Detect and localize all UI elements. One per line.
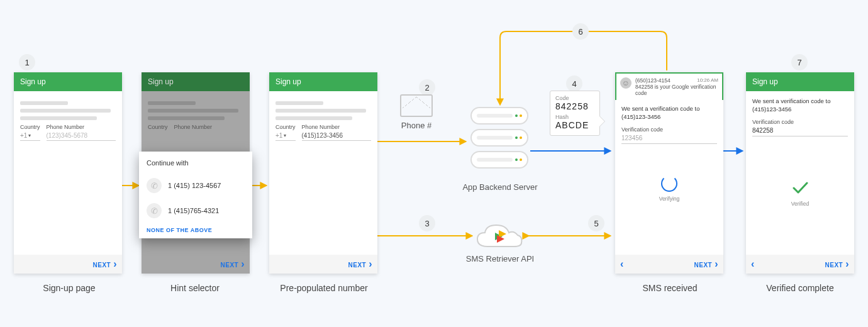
back-button[interactable] bbox=[751, 259, 755, 269]
phone-icon: ✆ bbox=[147, 203, 162, 218]
avatar-icon: ☺ bbox=[620, 77, 632, 89]
next-button[interactable]: NEXT bbox=[825, 259, 850, 269]
next-button[interactable]: NEXT bbox=[93, 259, 118, 269]
country-label: Country bbox=[275, 124, 296, 130]
sent-line-2: (415)123-3456 bbox=[752, 106, 848, 113]
phone-signup: Sign up Country +1 Phone Number (123)345… bbox=[14, 72, 122, 274]
envelope-caption: Phone # bbox=[398, 121, 435, 130]
sent-line-1: We sent a verification code to bbox=[621, 105, 717, 112]
sms-body: 842258 is your Google verification code bbox=[635, 84, 718, 96]
code-value: 842258 bbox=[555, 101, 594, 111]
cloud-icon bbox=[475, 221, 524, 252]
next-button[interactable]: NEXT bbox=[694, 259, 719, 269]
titlebar: Sign up bbox=[746, 72, 854, 91]
verification-input[interactable]: 123456 bbox=[621, 133, 717, 144]
step-badge-7: 7 bbox=[791, 54, 808, 70]
titlebar: Sign up bbox=[142, 72, 250, 91]
step-badge-4: 4 bbox=[566, 75, 582, 92]
phone-sms-received: ☺ (650)123-4154 10:26 AM 842258 is your … bbox=[615, 72, 723, 274]
step-badge-5: 5 bbox=[588, 215, 604, 231]
sms-time: 10:26 AM bbox=[697, 77, 718, 84]
none-of-the-above-link[interactable]: NONE OF THE ABOVE bbox=[147, 223, 245, 233]
spinner-icon bbox=[661, 175, 677, 192]
verification-input[interactable]: 842258 bbox=[752, 125, 848, 136]
verifying-label: Verifying bbox=[621, 196, 717, 202]
sent-line-2: (415)123-3456 bbox=[621, 113, 717, 120]
checkmark-icon bbox=[791, 178, 810, 197]
envelope-icon bbox=[400, 94, 433, 117]
next-button[interactable]: NEXT bbox=[348, 259, 373, 269]
sent-line-1: We sent a verification code to bbox=[752, 97, 848, 104]
phone-hint-selector: Sign up Country Phone Number Continue wi… bbox=[142, 72, 250, 274]
sms-from: (650)123-4154 bbox=[635, 77, 670, 84]
phone-input[interactable]: (123)345-5678 bbox=[47, 130, 116, 141]
sms-notification[interactable]: ☺ (650)123-4154 10:26 AM 842258 is your … bbox=[615, 72, 723, 100]
server-icon bbox=[470, 107, 528, 179]
api-caption: SMS Retriever API bbox=[462, 254, 538, 263]
phone-prepopulated: Sign up Country +1 Phone Number (415)123… bbox=[269, 72, 377, 274]
verified-label: Verified bbox=[752, 201, 848, 207]
verification-label: Verification code bbox=[752, 119, 848, 125]
hint-dialog: Continue with ✆ 1 (415) 123-4567 ✆ 1 (41… bbox=[139, 152, 252, 238]
step-badge-6: 6 bbox=[572, 23, 589, 40]
verification-label: Verification code bbox=[621, 126, 717, 133]
dialog-title: Continue with bbox=[147, 159, 245, 167]
titlebar: Sign up bbox=[269, 72, 377, 91]
caption-phone3: Pre-populated number bbox=[261, 283, 387, 293]
flow-arrows bbox=[0, 0, 868, 327]
country-select[interactable]: +1 bbox=[275, 130, 296, 141]
step-badge-2: 2 bbox=[419, 79, 435, 96]
code-label: Code bbox=[555, 95, 594, 101]
caption-phone2: Hint selector bbox=[132, 283, 258, 293]
caption-phone5: Verified complete bbox=[737, 283, 863, 293]
phone-label: Phone Number bbox=[47, 124, 116, 130]
phone-input[interactable]: (415)123-3456 bbox=[302, 130, 371, 141]
server-caption: App Backend Server bbox=[459, 182, 541, 192]
hint-option-1[interactable]: ✆ 1 (415) 123-4567 bbox=[147, 173, 245, 198]
phone-icon: ✆ bbox=[147, 178, 162, 193]
country-label: Country bbox=[20, 124, 40, 130]
phone-verified: Sign up We sent a verification code to (… bbox=[746, 72, 854, 274]
step-badge-1: 1 bbox=[19, 54, 35, 70]
hint-option-2[interactable]: ✆ 1 (415)765-4321 bbox=[147, 198, 245, 223]
hash-label: Hash bbox=[555, 114, 594, 120]
next-button[interactable]: NEXT bbox=[221, 259, 245, 269]
code-hash-bubble: Code 842258 Hash ABCDE bbox=[550, 91, 600, 136]
titlebar: Sign up bbox=[14, 72, 122, 91]
country-select[interactable]: +1 bbox=[20, 130, 40, 141]
back-button[interactable] bbox=[620, 259, 624, 269]
caption-phone1: Sign-up page bbox=[6, 283, 132, 293]
caption-phone4: SMS received bbox=[607, 283, 733, 293]
step-badge-3: 3 bbox=[419, 215, 435, 231]
hash-value: ABCDE bbox=[555, 120, 594, 130]
phone-label: Phone Number bbox=[302, 124, 371, 130]
